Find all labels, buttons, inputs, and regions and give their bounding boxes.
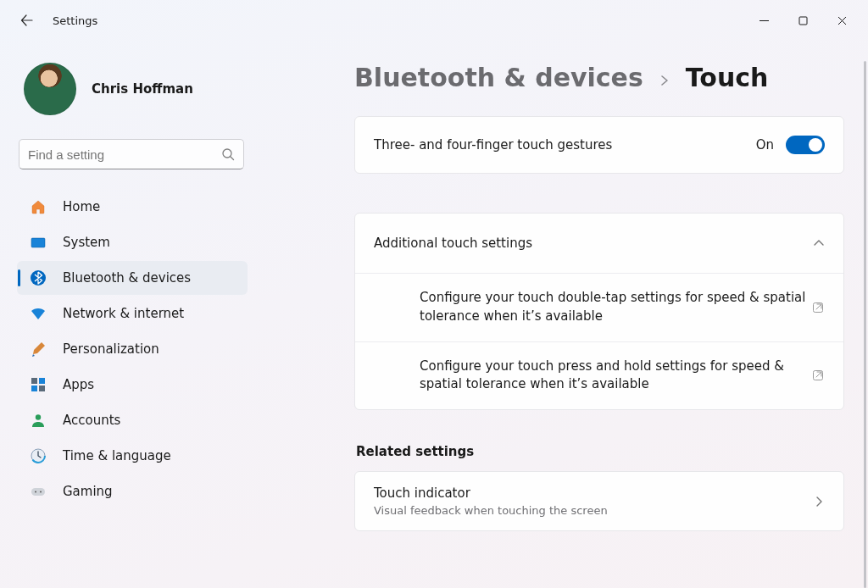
related-settings-card: Touch indicator Visual feedback when tou… xyxy=(354,471,844,531)
scrollbar[interactable] xyxy=(864,61,866,588)
gesture-toggle-card: Three- and four-finger touch gestures On xyxy=(354,116,844,174)
related-touch-indicator[interactable]: Touch indicator Visual feedback when tou… xyxy=(355,472,843,530)
open-external-icon xyxy=(811,301,825,314)
svg-rect-2 xyxy=(31,238,45,247)
breadcrumb: Bluetooth & devices Touch xyxy=(354,63,844,92)
nav-item-network[interactable]: Network & internet xyxy=(17,297,248,330)
gesture-toggle-label: Three- and four-finger touch gestures xyxy=(374,137,612,153)
system-icon xyxy=(29,233,47,252)
chevron-right-icon xyxy=(659,75,670,86)
additional-settings-group: Additional touch settings Configure your… xyxy=(354,213,844,410)
home-icon xyxy=(29,197,47,216)
nav-label: Personalization xyxy=(63,341,159,357)
related-settings-heading: Related settings xyxy=(356,444,844,459)
avatar xyxy=(24,63,76,115)
additional-settings-title: Additional touch settings xyxy=(374,236,532,251)
svg-point-1 xyxy=(223,149,231,158)
nav-list: Home System Bluetooth & devices Network … xyxy=(17,190,248,508)
open-external-icon xyxy=(811,369,825,382)
nav-label: Apps xyxy=(63,377,94,392)
svg-rect-7 xyxy=(31,386,37,391)
nav-item-gaming[interactable]: Gaming xyxy=(17,474,248,508)
nav-label: Bluetooth & devices xyxy=(63,270,191,286)
search-icon xyxy=(221,147,235,161)
svg-point-14 xyxy=(40,491,42,493)
related-item-desc: Visual feedback when touching the screen xyxy=(374,504,608,517)
breadcrumb-parent[interactable]: Bluetooth & devices xyxy=(354,63,643,92)
sidebar: Chris Hoffman Home System Bluetooth & de… xyxy=(0,41,263,588)
wifi-icon xyxy=(29,304,47,323)
gamepad-icon xyxy=(29,482,47,501)
additional-setting-doubletap[interactable]: Configure your touch double-tap settings… xyxy=(355,274,843,342)
nav-label: Network & internet xyxy=(63,306,184,321)
nav-item-accounts[interactable]: Accounts xyxy=(17,403,248,437)
gesture-toggle-switch[interactable] xyxy=(786,136,825,154)
svg-rect-6 xyxy=(39,378,45,384)
chevron-right-icon xyxy=(813,496,825,508)
nav-label: Time & language xyxy=(63,448,171,463)
search-input[interactable] xyxy=(28,147,221,162)
additional-settings-header[interactable]: Additional touch settings xyxy=(355,214,843,274)
page-title: Touch xyxy=(686,63,769,92)
svg-point-13 xyxy=(35,491,36,493)
nav-label: System xyxy=(63,235,110,250)
nav-item-time-language[interactable]: Time & language xyxy=(17,439,248,473)
additional-setting-presshold[interactable]: Configure your touch press and hold sett… xyxy=(355,342,843,410)
svg-rect-8 xyxy=(39,386,45,391)
title-bar: Settings xyxy=(0,0,868,41)
search-box[interactable] xyxy=(19,139,244,169)
close-icon xyxy=(837,16,847,25)
svg-point-9 xyxy=(36,414,41,419)
svg-rect-0 xyxy=(799,17,807,25)
back-button[interactable] xyxy=(17,14,37,27)
svg-rect-12 xyxy=(31,488,45,496)
window-title: Settings xyxy=(53,14,97,27)
gesture-toggle-state: On xyxy=(756,137,774,153)
nav-label: Gaming xyxy=(63,484,113,499)
chevron-up-icon xyxy=(813,237,825,249)
arrow-left-icon xyxy=(20,14,34,27)
maximize-button[interactable] xyxy=(783,7,822,34)
nav-item-system[interactable]: System xyxy=(17,225,248,259)
user-name: Chris Hoffman xyxy=(92,81,193,97)
clock-icon xyxy=(29,447,47,465)
additional-setting-text: Configure your touch double-tap settings… xyxy=(420,289,811,326)
maximize-icon xyxy=(798,16,808,25)
nav-label: Home xyxy=(63,199,100,214)
close-button[interactable] xyxy=(822,7,861,34)
bluetooth-icon xyxy=(29,269,47,287)
nav-item-bluetooth-devices[interactable]: Bluetooth & devices xyxy=(17,261,248,295)
minimize-icon xyxy=(760,16,769,25)
minimize-button[interactable] xyxy=(744,7,783,34)
window-controls xyxy=(744,7,861,34)
person-icon xyxy=(29,411,47,430)
related-item-title: Touch indicator xyxy=(374,485,608,501)
nav-item-home[interactable]: Home xyxy=(17,190,248,224)
paintbrush-icon xyxy=(29,340,47,358)
nav-item-personalization[interactable]: Personalization xyxy=(17,332,248,366)
apps-icon xyxy=(29,375,47,394)
nav-label: Accounts xyxy=(63,413,120,428)
main-content: Bluetooth & devices Touch Three- and fou… xyxy=(263,41,868,588)
additional-setting-text: Configure your touch press and hold sett… xyxy=(420,358,811,395)
profile-button[interactable]: Chris Hoffman xyxy=(24,63,241,115)
svg-rect-5 xyxy=(31,378,37,384)
nav-item-apps[interactable]: Apps xyxy=(17,368,248,402)
